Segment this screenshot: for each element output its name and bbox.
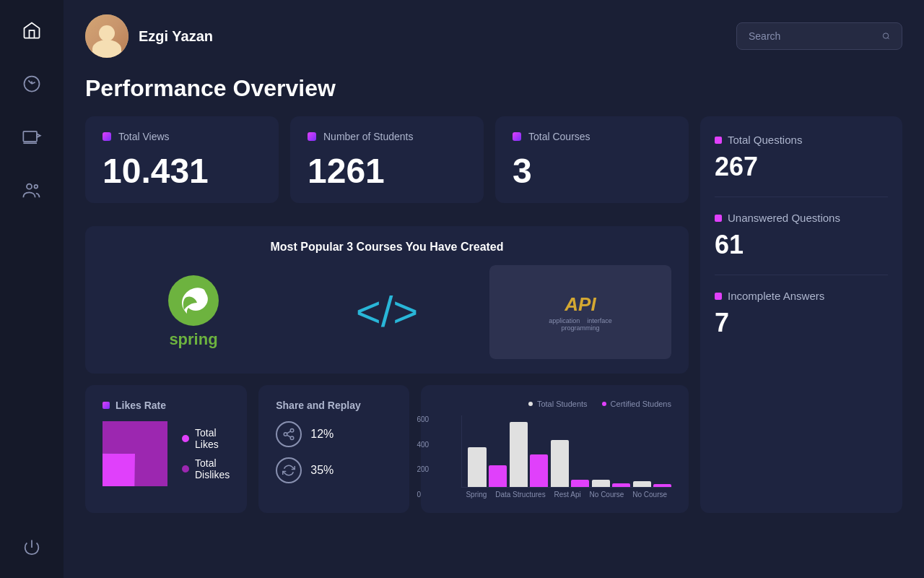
bar-chart-card: Total Students Certified Studens 600 400… (421, 385, 689, 513)
unanswered-stat: Unanswered Questions 61 (715, 212, 888, 275)
dashboard-icon[interactable] (16, 68, 48, 100)
share-replay-card: Share and Replay 12% (258, 385, 409, 513)
total-views-label: Total Views (118, 131, 170, 142)
unanswered-value: 61 (715, 230, 888, 260)
popular-courses-title: Most Popular 3 Courses You Have Created (103, 241, 671, 254)
search-input[interactable] (749, 30, 875, 42)
code-logo: </> (296, 265, 478, 359)
bar-nc2-pink (653, 484, 671, 487)
user-info: Ezgi Yazan (85, 14, 213, 58)
svg-point-7 (106, 425, 164, 483)
svg-point-4 (883, 33, 888, 38)
popular-courses-card: Most Popular 3 Courses You Have Created … (85, 226, 689, 374)
bar-group-nocourse2 (633, 481, 671, 487)
likes-rate-card: Likes Rate Total Likes (85, 385, 247, 513)
bar-nc1-white (592, 480, 610, 487)
total-views-value: 10.431 (103, 154, 261, 189)
courses-label: Total Courses (528, 131, 590, 142)
replay-item: 35% (276, 457, 392, 483)
bar-ds-pink (530, 454, 548, 487)
stats-row: Total Views 10.431 Number of Students 12… (85, 116, 689, 203)
bar-chart-area (461, 415, 671, 488)
svg-point-9 (284, 433, 287, 436)
bar-nc1-pink (612, 483, 630, 487)
replay-icon (276, 457, 302, 483)
y-axis-labels: 600 400 200 0 (417, 415, 429, 499)
avatar (85, 14, 128, 58)
bottom-row: Likes Rate Total Likes (85, 385, 689, 513)
main-content: Ezgi Yazan Performance Overview Total Vi… (64, 0, 924, 578)
bar-restapi-white (551, 440, 569, 487)
total-q-dot (715, 137, 722, 144)
header: Ezgi Yazan (85, 14, 902, 58)
bar-group-ds (510, 422, 548, 487)
legend-certified-dot (602, 402, 606, 406)
total-likes-legend: Total Likes (182, 427, 230, 450)
likes-rate-dot (103, 402, 110, 409)
courses-row: spring </> API application (103, 265, 671, 359)
students-label: Number of Students (323, 131, 414, 142)
incomplete-dot (715, 293, 722, 300)
incomplete-stat: Incomplete Answers 7 (715, 290, 888, 338)
bar-group-restapi (551, 440, 589, 487)
students-value: 1261 (308, 154, 466, 189)
bar-nc2-white (633, 481, 651, 487)
likes-dot (182, 435, 189, 442)
course-spring: spring (103, 265, 284, 359)
dislikes-dot (182, 465, 189, 473)
bar-group-nocourse1 (592, 480, 630, 487)
users-icon[interactable] (16, 175, 48, 207)
left-area: Total Views 10.431 Number of Students 12… (85, 116, 689, 513)
total-dislikes-legend: Total Dislikes (182, 457, 230, 480)
courses-dot (513, 132, 521, 141)
total-views-dot (103, 132, 111, 141)
course-code: </> (296, 265, 478, 359)
share-pct: 12% (310, 428, 334, 441)
bar-spring-white (468, 447, 486, 487)
course-api: API application interfaceprogramming (489, 265, 671, 359)
courses-value: 3 (513, 154, 671, 189)
legend-certified-label: Certified Studens (611, 400, 671, 408)
students-dot (308, 132, 316, 141)
search-bar[interactable] (736, 22, 902, 50)
num-students-card: Number of Students 1261 (290, 116, 484, 203)
courses-icon[interactable] (16, 121, 48, 153)
incomplete-label: Incomplete Answers (728, 290, 824, 302)
total-questions-stat: Total Questions 267 (715, 134, 888, 197)
total-views-card: Total Views 10.431 (85, 116, 279, 203)
spring-text: spring (169, 330, 217, 349)
unanswered-label: Unanswered Questions (728, 212, 840, 224)
spring-icon (168, 275, 219, 326)
total-courses-card: Total Courses 3 (495, 116, 689, 203)
right-panel: Total Questions 267 Unanswered Questions… (700, 116, 902, 513)
bar-spring-pink (489, 465, 507, 487)
total-q-value: 267 (715, 152, 888, 182)
power-icon[interactable] (16, 532, 48, 564)
total-q-label: Total Questions (728, 134, 802, 146)
likes-rate-label: Likes Rate (116, 400, 166, 411)
home-icon[interactable] (16, 14, 48, 46)
bar-ds-white (510, 422, 528, 487)
legend-total-students: Total Students (528, 400, 588, 408)
chart-legend: Total Students Certified Studens (438, 400, 671, 408)
share-icon (276, 421, 302, 447)
total-likes-label: Total Likes (195, 427, 230, 450)
legend-total-label: Total Students (537, 400, 588, 408)
x-axis-labels: Spring Data Structures Rest Api No Cours… (461, 491, 671, 499)
unanswered-dot (715, 215, 722, 222)
replay-pct: 35% (310, 464, 334, 477)
svg-point-3 (35, 185, 38, 189)
svg-text:</>: </> (356, 288, 419, 336)
total-dislikes-label: Total Dislikes (195, 457, 230, 480)
legend-total-dot (528, 402, 533, 406)
search-icon (882, 30, 890, 42)
page-title: Performance Overview (85, 75, 902, 102)
legend-certified-students: Certified Studens (602, 400, 671, 408)
share-item: 12% (276, 421, 392, 447)
sidebar (0, 0, 64, 578)
svg-rect-1 (23, 131, 37, 142)
content-area: Total Views 10.431 Number of Students 12… (85, 116, 902, 513)
svg-point-2 (27, 184, 32, 189)
incomplete-value: 7 (715, 308, 888, 338)
likes-legend: Total Likes Total Dislikes (182, 427, 230, 480)
